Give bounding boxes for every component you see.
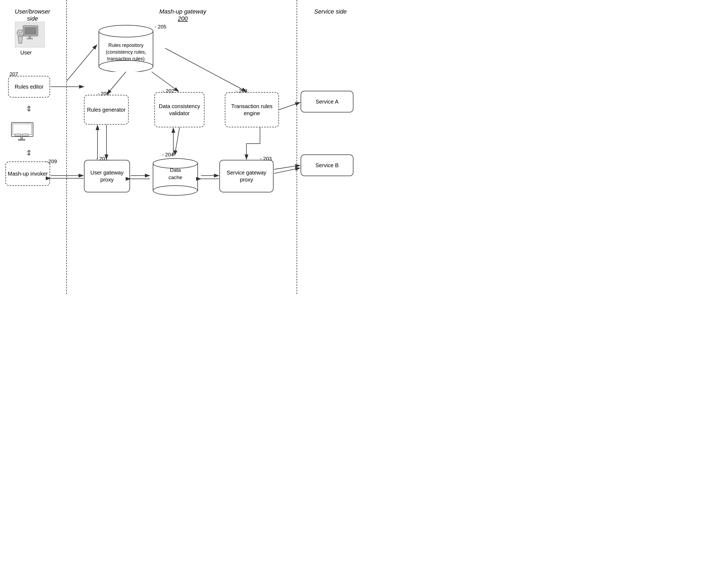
center-section-label: Mash-up gateway 200 bbox=[135, 8, 230, 22]
transaction-engine-box: Transaction rules engine bbox=[225, 92, 279, 127]
svg-point-8 bbox=[25, 24, 26, 25]
data-consistency-box: Data consistency validator bbox=[154, 92, 204, 127]
left-section-label: User/browser side bbox=[5, 8, 60, 22]
mashup-invoker-ref: - 209 bbox=[45, 159, 57, 165]
user-gateway-box: User gateway proxy bbox=[84, 160, 130, 192]
svg-line-43 bbox=[274, 168, 300, 173]
svg-rect-3 bbox=[29, 36, 30, 38]
svg-point-19 bbox=[40, 29, 40, 30]
svg-point-9 bbox=[28, 24, 29, 25]
svg-point-5 bbox=[17, 30, 24, 36]
arrows-overlay bbox=[0, 0, 364, 294]
data-consistency-ref: - 202 bbox=[162, 88, 174, 94]
rules-repo-cylinder: Rules repository (consistency rules, tra… bbox=[96, 22, 156, 72]
service-gateway-box: Service gateway proxy bbox=[219, 160, 273, 192]
user-label: User bbox=[20, 49, 32, 56]
svg-line-38 bbox=[165, 48, 246, 91]
svg-point-28 bbox=[99, 25, 153, 37]
user-gateway-ref: - 201 bbox=[96, 156, 108, 162]
mashup-invoker-box: Mash-up invoker bbox=[5, 162, 50, 186]
svg-line-40 bbox=[175, 127, 180, 155]
svg-point-14 bbox=[29, 23, 30, 24]
svg-rect-25 bbox=[18, 139, 25, 140]
diagram: User/browser side Mash-up gateway 200 Se… bbox=[0, 0, 364, 294]
svg-line-42 bbox=[274, 165, 300, 169]
svg-rect-21 bbox=[13, 124, 32, 135]
svg-point-13 bbox=[27, 23, 27, 24]
svg-point-11 bbox=[34, 24, 34, 25]
data-cache-cylinder: Data cache bbox=[150, 156, 200, 198]
rules-editor-ref: 207 bbox=[9, 71, 18, 77]
rules-repo-ref: - 205 bbox=[155, 24, 166, 30]
svg-point-12 bbox=[36, 24, 37, 25]
service-b-box: Service B bbox=[301, 154, 353, 176]
svg-rect-23 bbox=[22, 134, 28, 136]
svg-point-10 bbox=[31, 24, 31, 25]
service-a-box: Service A bbox=[301, 91, 353, 112]
service-gateway-ref: - 203 bbox=[260, 156, 272, 162]
svg-point-18 bbox=[40, 28, 41, 29]
user-image bbox=[15, 22, 45, 47]
double-arrow-1: ⇕ bbox=[26, 104, 32, 113]
transaction-engine-ref: - 208 bbox=[236, 88, 247, 94]
svg-point-16 bbox=[35, 23, 36, 24]
rules-gen-ref: - 206 bbox=[97, 91, 109, 97]
svg-point-15 bbox=[32, 23, 33, 24]
monitor-icon bbox=[11, 122, 38, 142]
svg-line-36 bbox=[107, 72, 126, 94]
svg-rect-22 bbox=[15, 134, 21, 136]
left-divider bbox=[66, 0, 67, 294]
right-section-label: Service side bbox=[299, 8, 361, 15]
svg-rect-24 bbox=[21, 136, 22, 139]
double-arrow-2: ⇕ bbox=[26, 148, 32, 158]
svg-rect-4 bbox=[27, 38, 33, 39]
svg-rect-2 bbox=[24, 27, 37, 35]
rules-editor-box: Rules editor bbox=[8, 76, 50, 98]
svg-point-7 bbox=[21, 32, 22, 33]
data-cache-ref: - 204 bbox=[162, 152, 174, 158]
svg-point-30 bbox=[153, 186, 197, 195]
right-divider bbox=[296, 0, 297, 294]
svg-line-34 bbox=[67, 45, 97, 81]
svg-point-17 bbox=[39, 27, 40, 27]
rules-gen-box: Rules generator bbox=[84, 95, 129, 125]
svg-point-6 bbox=[19, 32, 20, 33]
